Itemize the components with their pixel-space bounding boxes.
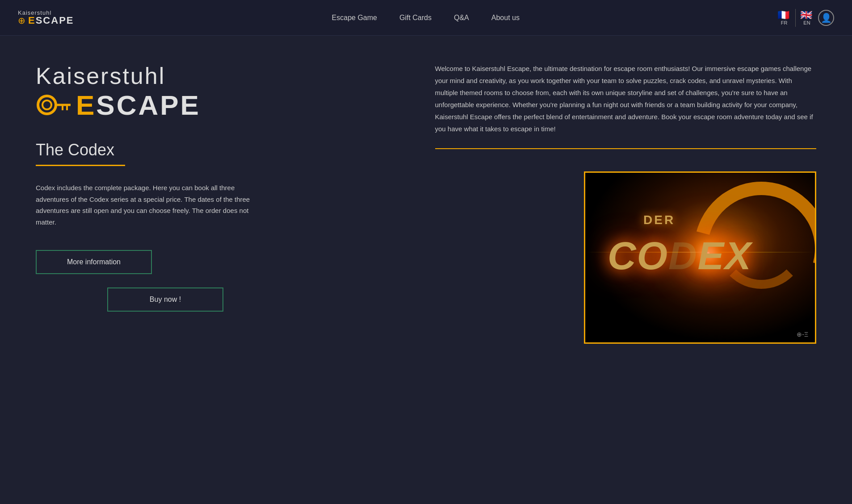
more-information-button[interactable]: More information bbox=[36, 250, 152, 274]
right-column: Welcome to Kaiserstuhl Escape, the ultim… bbox=[426, 62, 817, 344]
codex-der-text: DER bbox=[643, 213, 675, 227]
lang-en-button[interactable]: 🇬🇧 EN bbox=[800, 10, 814, 25]
svg-point-0 bbox=[38, 96, 56, 114]
codex-image-container: DER CODEX ⊕-Ξ bbox=[584, 171, 816, 344]
main-nav: Escape Game Gift Cards Q&A About us bbox=[332, 14, 520, 22]
logo-escape-rest: SCAPE bbox=[36, 15, 74, 26]
nav-escape-game[interactable]: Escape Game bbox=[332, 14, 377, 22]
brand-escape-text: ESCAPE bbox=[76, 89, 201, 121]
section-description: Codex includes the complete package. Her… bbox=[36, 182, 259, 228]
codex-title-text: CODEX bbox=[608, 233, 752, 279]
nav-about-us[interactable]: About us bbox=[491, 14, 520, 22]
codex-image: DER CODEX ⊕-Ξ bbox=[585, 173, 815, 342]
logo-key-icon: ⊕ bbox=[18, 16, 25, 25]
en-label: EN bbox=[803, 20, 810, 25]
welcome-divider bbox=[435, 148, 817, 149]
svg-point-1 bbox=[42, 100, 51, 109]
site-header: Kaiserstuhl ⊕ ESCAPE Escape Game Gift Ca… bbox=[0, 0, 852, 36]
lang-fr-button[interactable]: 🇫🇷 FR bbox=[777, 10, 791, 25]
brand-escape-e: E bbox=[76, 90, 96, 121]
fr-flag-icon: 🇫🇷 bbox=[777, 10, 791, 20]
lang-divider bbox=[795, 9, 796, 27]
nav-qa[interactable]: Q&A bbox=[454, 14, 469, 22]
user-account-icon[interactable]: 👤 bbox=[818, 10, 834, 26]
logo-escape-text: ESCAPE bbox=[28, 16, 74, 25]
section-title: The Codex bbox=[36, 141, 399, 159]
fr-label: FR bbox=[781, 20, 788, 25]
brand-key-icon bbox=[36, 87, 71, 123]
brand-logo-large: Kaiserstuhl ESCAPE bbox=[36, 62, 399, 123]
codex-watermark: ⊕-Ξ bbox=[797, 331, 808, 338]
en-flag-icon: 🇬🇧 bbox=[800, 10, 814, 20]
header-right: 🇫🇷 FR 🇬🇧 EN 👤 bbox=[777, 9, 834, 27]
language-switcher: 🇫🇷 FR 🇬🇧 EN bbox=[777, 9, 814, 27]
left-column: Kaiserstuhl ESCAPE The Codex bbox=[36, 62, 426, 344]
logo[interactable]: Kaiserstuhl ⊕ ESCAPE bbox=[18, 10, 74, 25]
brand-kaiserstuhl-text: Kaiserstuhl bbox=[36, 62, 399, 89]
nav-gift-cards[interactable]: Gift Cards bbox=[399, 14, 432, 22]
welcome-text: Welcome to Kaiserstuhl Escape, the ultim… bbox=[435, 62, 817, 135]
buy-now-button[interactable]: Buy now ! bbox=[107, 287, 223, 312]
main-content: Kaiserstuhl ESCAPE The Codex bbox=[0, 36, 852, 371]
section-underline bbox=[36, 165, 125, 166]
